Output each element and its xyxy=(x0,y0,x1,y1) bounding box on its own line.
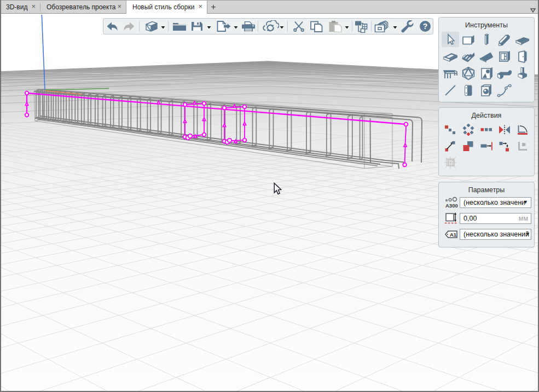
svg-text:A300: A300 xyxy=(445,203,458,209)
svg-text:?: ? xyxy=(422,22,427,31)
svg-text:A1: A1 xyxy=(450,232,457,238)
